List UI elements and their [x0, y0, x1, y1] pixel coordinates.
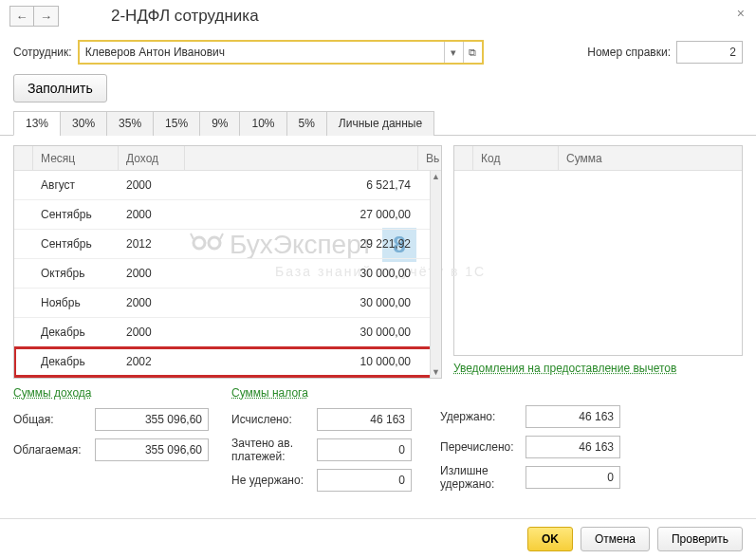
topbar: ← → 2-НДФЛ сотрудника × — [0, 0, 756, 36]
scroll-up-icon[interactable]: ▲ — [431, 171, 441, 182]
refnum-label: Номер справки: — [587, 46, 671, 59]
fill-button[interactable]: Заполнить — [13, 74, 107, 102]
overheld-input[interactable]: 0 — [526, 466, 620, 489]
cell-code: 2002 — [119, 355, 185, 368]
cell-code: 2012 — [119, 237, 185, 251]
employee-label: Сотрудник: — [13, 46, 72, 59]
income-grid: Месяц Доход Вь Август20006 521,74Сентябр… — [13, 145, 442, 379]
tab-10[interactable]: 10% — [239, 111, 286, 136]
nav-forward-button[interactable]: → — [34, 6, 59, 27]
cell-month: Сентябрь — [33, 237, 119, 251]
tab-personal[interactable]: Личные данные — [326, 111, 434, 136]
grid-header: Месяц Доход Вь — [14, 146, 441, 171]
cell-amount: 27 000,00 — [185, 208, 418, 221]
refnum-input[interactable]: 2 — [676, 41, 743, 64]
check-button[interactable]: Проверить — [657, 527, 743, 551]
calc-input[interactable]: 46 163 — [317, 408, 412, 431]
cell-amount: 30 000,00 — [185, 267, 418, 280]
cell-code: 2000 — [119, 296, 185, 309]
cancel-button[interactable]: Отмена — [581, 527, 650, 551]
col-code[interactable]: Код — [473, 146, 559, 170]
cell-amount: 30 000,00 — [185, 296, 418, 309]
cell-amount: 30 000,00 — [185, 326, 418, 339]
employee-row: Сотрудник: Клеверов Антон Иванович ▾ ⧉ Н… — [0, 36, 756, 72]
tab-35[interactable]: 35% — [106, 111, 154, 136]
nav-back-button[interactable]: ← — [9, 6, 34, 27]
page-title: 2-НДФЛ сотрудника — [111, 7, 259, 26]
total-label: Общая: — [13, 413, 89, 426]
col-sum[interactable]: Сумма — [559, 146, 742, 170]
cell-amount: 6 521,74 — [185, 178, 418, 192]
transf-input[interactable]: 46 163 — [526, 436, 620, 458]
close-icon[interactable]: × — [737, 6, 745, 21]
col-amount[interactable]: Вь — [418, 146, 441, 170]
notheld-label: Не удержано: — [231, 474, 311, 487]
tab-9[interactable]: 9% — [199, 111, 240, 136]
offset-input[interactable]: 0 — [317, 438, 412, 461]
footer: OK Отмена Проверить — [0, 518, 756, 559]
tab-5[interactable]: 5% — [286, 111, 327, 136]
employee-field[interactable]: Клеверов Антон Иванович ▾ ⧉ — [78, 40, 484, 65]
cell-amount: 10 000,00 — [185, 355, 418, 368]
cell-code: 2000 — [119, 208, 185, 221]
table-row[interactable]: Декабрь200030 000,00 — [14, 318, 441, 347]
cell-code: 2000 — [119, 267, 185, 280]
ok-button[interactable]: OK — [527, 527, 573, 551]
table-row[interactable]: Август20006 521,74 — [14, 171, 441, 200]
notheld-input[interactable]: 0 — [317, 469, 412, 492]
employee-dropdown-icon[interactable]: ▾ — [444, 42, 463, 63]
cell-code: 2000 — [119, 326, 185, 339]
tab-30[interactable]: 30% — [60, 111, 107, 136]
cell-month: Декабрь — [33, 355, 119, 368]
employee-input[interactable]: Клеверов Антон Иванович — [80, 42, 444, 63]
overheld-label: Излишне удержано: — [440, 464, 520, 491]
table-row[interactable]: Ноябрь200030 000,00 — [14, 289, 441, 318]
employee-popout-icon[interactable]: ⧉ — [463, 42, 482, 63]
held-input[interactable]: 46 163 — [526, 405, 620, 428]
col-month[interactable]: Месяц — [33, 146, 119, 170]
held-label: Удержано: — [440, 410, 520, 423]
cell-month: Ноябрь — [33, 296, 119, 309]
scroll-down-icon[interactable]: ▼ — [431, 366, 441, 378]
table-row[interactable]: Октябрь200030 000,00 — [14, 259, 441, 289]
transf-label: Перечислено: — [440, 440, 520, 454]
cell-amount: 29 221,92 — [185, 237, 418, 251]
table-row[interactable]: Сентябрь200027 000,00 — [14, 200, 441, 230]
cell-month: Октябрь — [33, 267, 119, 280]
col-income[interactable]: Доход — [119, 146, 185, 170]
table-row[interactable]: Декабрь200210 000,00 — [14, 347, 441, 377]
tab-13[interactable]: 13% — [13, 111, 61, 136]
offset-label: Зачтено ав. платежей: — [231, 437, 311, 463]
taxable-label: Облагаемая: — [13, 443, 89, 457]
tabs: 13% 30% 35% 15% 9% 10% 5% Личные данные — [0, 110, 756, 136]
cell-month: Сентябрь — [33, 208, 119, 221]
deduction-grid: Код Сумма — [453, 145, 743, 356]
cell-month: Август — [33, 178, 119, 192]
tax-totals-title[interactable]: Суммы налога — [231, 386, 431, 400]
deduction-notice-link[interactable]: Уведомления на предоставление вычетов — [453, 362, 676, 375]
cell-month: Декабрь — [33, 326, 119, 339]
income-totals-title[interactable]: Суммы дохода — [13, 386, 222, 400]
cell-code: 2000 — [119, 178, 185, 192]
grid-scrollbar[interactable]: ▲ ▼ — [430, 171, 441, 378]
tab-15[interactable]: 15% — [153, 111, 200, 136]
calc-label: Исчислено: — [231, 413, 311, 426]
total-input[interactable]: 355 096,60 — [95, 408, 209, 431]
table-row[interactable]: Сентябрь201229 221,92 — [14, 230, 441, 259]
taxable-input[interactable]: 355 096,60 — [95, 438, 209, 461]
